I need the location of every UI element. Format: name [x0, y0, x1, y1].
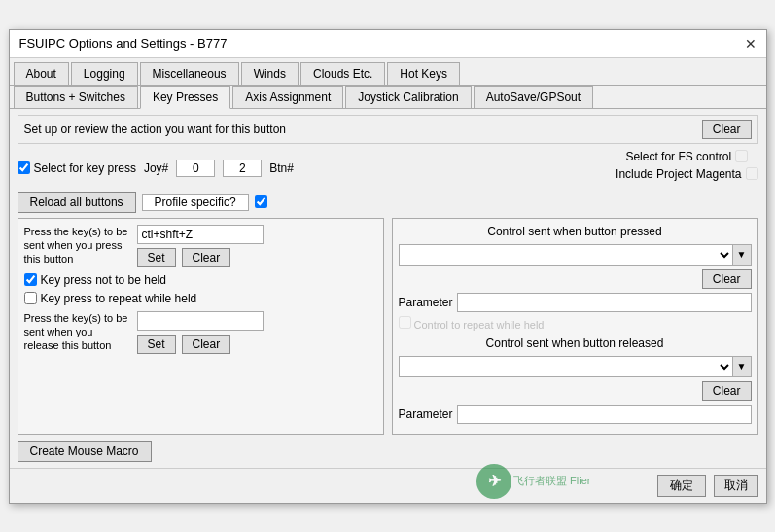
key-repeat-label: Key press to repeat while held — [41, 292, 197, 305]
select-key-press-check[interactable]: Select for key press — [18, 161, 136, 175]
main-window: FSUIPC Options and Settings - B777 ✕ Abo… — [9, 29, 767, 504]
watermark: ✈ 飞行者联盟 Flier — [476, 464, 590, 499]
select-fs-checkbox — [735, 150, 748, 162]
release-key-input[interactable] — [137, 311, 264, 331]
press-param-label: Parameter — [399, 296, 453, 309]
joy-number2-input[interactable] — [223, 160, 262, 177]
tab-buttons-switches[interactable]: Buttons + Switches — [14, 86, 138, 108]
press-clear-button[interactable]: Clear — [182, 248, 231, 267]
key-not-held-checkbox[interactable] — [24, 273, 37, 286]
left-panel: Press the key(s) to be sent when you pre… — [18, 218, 384, 435]
tabs-row2: Buttons + Switches Key Presses Axis Assi… — [10, 86, 766, 109]
joy-label: Joy# — [144, 161, 168, 175]
press-control-clear-button[interactable]: Clear — [702, 269, 752, 289]
tab-logging[interactable]: Logging — [71, 62, 138, 85]
joy-left: Select for key press Joy# Btn# — [18, 160, 294, 177]
release-set-button[interactable]: Set — [137, 335, 176, 354]
press-dropdown-arrow[interactable]: ▼ — [733, 244, 752, 266]
select-fs-label: Select for FS control — [625, 150, 731, 163]
fs-controls: Select for FS control Include Project Ma… — [616, 150, 757, 181]
release-control-title: Control sent when button released — [399, 337, 752, 350]
press-set-button[interactable]: Set — [137, 248, 176, 267]
release-key-buttons: Set Clear — [137, 335, 264, 354]
watermark-text: 飞行者联盟 Flier — [513, 474, 590, 488]
press-param-row: Parameter — [399, 293, 752, 312]
right-panel: Control sent when button pressed ▼ Clear… — [392, 218, 758, 435]
include-pm-checkbox — [746, 167, 758, 180]
key-repeat-check[interactable]: Key press to repeat while held — [24, 292, 377, 305]
watermark-icon: ✈ — [476, 464, 511, 499]
release-dropdown-row: ▼ — [399, 356, 752, 377]
release-key-label: Press the key(s) to be sent when you rel… — [24, 311, 131, 353]
window-title: FSUIPC Options and Settings - B777 — [19, 36, 228, 51]
tab-winds[interactable]: Winds — [241, 62, 299, 85]
tab-clouds[interactable]: Clouds Etc. — [300, 62, 385, 85]
release-param-input[interactable] — [457, 405, 752, 424]
content-area: Set up or review the action you want for… — [10, 109, 766, 468]
press-control-title: Control sent when button pressed — [399, 225, 752, 238]
profile-checkbox[interactable] — [255, 195, 267, 208]
main-panels: Press the key(s) to be sent when you pre… — [18, 218, 758, 435]
include-pm-row: Include Project Magenta — [616, 167, 757, 181]
tabs-row1: About Logging Miscellaneous Winds Clouds… — [10, 58, 766, 86]
tab-about[interactable]: About — [14, 62, 69, 85]
joy-row-area: Select for key press Joy# Btn# Select fo… — [18, 150, 758, 187]
tab-axis-assignment[interactable]: Axis Assignment — [232, 86, 343, 108]
create-macro-button[interactable]: Create Mouse Macro — [18, 441, 152, 462]
press-dropdown-row: ▼ — [399, 244, 752, 266]
select-key-press-label: Select for key press — [34, 161, 136, 175]
reload-profile-row: Reload all buttons — [18, 192, 758, 213]
tab-autosave[interactable]: AutoSave/GPSout — [474, 86, 593, 108]
btn-label: Btn# — [269, 161, 294, 175]
key-repeat-checkbox[interactable] — [24, 292, 37, 304]
top-clear-button[interactable]: Clear — [702, 120, 752, 139]
release-key-input-area: Set Clear — [137, 311, 264, 354]
tab-hotkeys[interactable]: Hot Keys — [387, 62, 460, 85]
cancel-button[interactable]: 取消 — [714, 475, 758, 497]
tab-key-presses[interactable]: Key Presses — [140, 86, 230, 109]
control-repeat-label: Control to repeat while held — [399, 316, 752, 331]
press-key-input[interactable] — [137, 225, 264, 244]
release-param-label: Parameter — [399, 408, 453, 421]
select-fs-row: Select for FS control — [625, 150, 748, 163]
bottom-row: Create Mouse Macro — [18, 441, 758, 462]
press-key-input-area: Set Clear — [137, 225, 264, 267]
press-key-buttons: Set Clear — [137, 248, 264, 267]
joy-number-input[interactable] — [176, 160, 215, 177]
tab-joystick-calibration[interactable]: Joystick Calibration — [345, 86, 471, 108]
top-bar: Set up or review the action you want for… — [18, 115, 758, 144]
control-repeat-text: Control to repeat while held — [414, 319, 545, 331]
press-param-input[interactable] — [457, 293, 752, 312]
press-key-label: Press the key(s) to be sent when you pre… — [24, 225, 131, 266]
release-dropdown-arrow[interactable]: ▼ — [733, 356, 752, 377]
confirm-button[interactable]: 确定 — [657, 475, 706, 497]
press-clear-right: Clear — [399, 269, 752, 289]
close-button[interactable]: ✕ — [745, 36, 757, 52]
top-bar-text: Set up or review the action you want for… — [24, 123, 286, 136]
release-key-row: Press the key(s) to be sent when you rel… — [24, 311, 377, 354]
release-param-row: Parameter — [399, 405, 752, 424]
select-key-press-checkbox[interactable] — [18, 161, 30, 174]
include-pm-label: Include Project Magenta — [616, 167, 741, 181]
press-key-row: Press the key(s) to be sent when you pre… — [24, 225, 377, 267]
release-clear-button[interactable]: Clear — [182, 335, 231, 354]
release-control-clear-button[interactable]: Clear — [702, 381, 752, 401]
release-clear-right: Clear — [399, 381, 752, 401]
reload-buttons-button[interactable]: Reload all buttons — [18, 192, 136, 213]
check-options: Key press not to be held Key press to re… — [24, 273, 377, 305]
key-not-held-label: Key press not to be held — [41, 273, 166, 287]
key-not-held-check[interactable]: Key press not to be held — [24, 273, 377, 287]
tab-miscellaneous[interactable]: Miscellaneous — [140, 62, 239, 85]
title-bar: FSUIPC Options and Settings - B777 ✕ — [10, 30, 766, 58]
control-repeat-checkbox — [399, 316, 411, 329]
profile-input[interactable] — [142, 194, 249, 211]
press-control-dropdown[interactable] — [399, 244, 733, 266]
footer: ✈ 飞行者联盟 Flier 确定 取消 — [10, 468, 766, 503]
release-control-dropdown[interactable] — [399, 356, 733, 377]
